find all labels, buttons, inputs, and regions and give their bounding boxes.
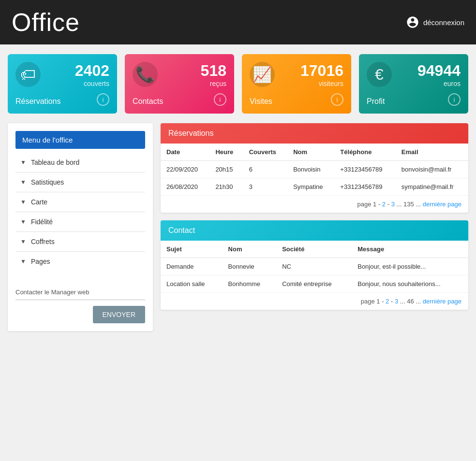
contact-pagination: page 1 - 2 - 3 ... 46 ... dernière page — [161, 292, 468, 310]
table-row: 22/09/2020 20h15 6 Bonvoisin +3312345678… — [161, 161, 468, 178]
contacts-label: Contacts — [133, 97, 163, 106]
col-telephone: Téléphone — [334, 144, 396, 161]
chevron-down-icon: ▼ — [20, 199, 26, 205]
header: Office déconnexion — [0, 0, 476, 44]
page-3-link[interactable]: 3 — [395, 298, 398, 305]
sidebar-item-label: Pages — [31, 258, 50, 265]
stat-card-reservations: 🏷 2402 couverts Réservations i — [8, 54, 117, 114]
content-panels: Réservations Date Heure Couverts Nom Tél… — [161, 123, 468, 331]
pagination-sep2: ... — [416, 298, 422, 305]
main-content: Menu de l'office ▼ Tableau de bord ▼ Sat… — [0, 123, 476, 339]
pagination-ellipsis: ... — [400, 298, 407, 305]
last-page-link[interactable]: dernière page — [423, 201, 461, 208]
contacts-unit: reçus — [201, 80, 226, 87]
profit-info-icon[interactable]: i — [448, 93, 461, 106]
deconnexion-link[interactable]: déconnexion — [423, 18, 464, 27]
page-2-link[interactable]: 2 — [382, 201, 386, 208]
cell-societe: Comité entreprise — [276, 275, 352, 293]
cell-sujet: Location salle — [161, 275, 223, 293]
last-page-link[interactable]: dernière page — [423, 298, 461, 305]
cell-email: sympatine@mail.fr — [396, 178, 468, 196]
sidebar-item-tableau-de-bord[interactable]: ▼ Tableau de bord — [15, 153, 145, 173]
sidebar-item-label: Satistiques — [31, 178, 64, 186]
visites-unit: visiteurs — [300, 80, 343, 87]
sidebar-item-pages[interactable]: ▼ Pages — [15, 252, 145, 271]
menu-items: ▼ Tableau de bord ▼ Satistiques ▼ Carte … — [15, 153, 145, 271]
contacts-number: 518 — [201, 62, 226, 80]
cell-nom: Bonnevie — [223, 258, 277, 275]
table-row: 26/08/2020 21h30 3 Sympatine +3312345678… — [161, 178, 468, 196]
cell-date: 26/08/2020 — [161, 178, 209, 196]
cell-date: 22/09/2020 — [161, 161, 209, 178]
sidebar-item-label: Tableau de bord — [31, 158, 79, 166]
profit-label: Profit — [367, 97, 385, 106]
pagination-sep: - — [387, 201, 391, 208]
reservations-label: Réservations — [15, 97, 60, 106]
reservations-pagination: page 1 - 2 - 3 ... 135 ... dernière page — [161, 195, 468, 213]
cell-email: bonvoisin@mail.fr — [396, 161, 468, 178]
profit-number: 94944 — [417, 62, 461, 80]
sidebar-item-label: Coffrets — [31, 238, 55, 245]
page-3-link[interactable]: 3 — [391, 201, 395, 208]
menu-title: Menu de l'office — [15, 131, 145, 149]
cell-societe: NC — [276, 258, 352, 275]
reservations-table: Date Heure Couverts Nom Téléphone Email … — [161, 144, 468, 195]
cell-heure: 21h30 — [209, 178, 243, 196]
contact-panel: Contact Sujet Nom Société Message Demand… — [161, 220, 468, 310]
stat-card-contacts: 📞 518 reçus Contacts i — [125, 54, 234, 114]
cell-heure: 20h15 — [209, 161, 243, 178]
sidebar-item-carte[interactable]: ▼ Carte — [15, 192, 145, 212]
col-heure: Heure — [209, 144, 243, 161]
user-section[interactable]: déconnexion — [406, 15, 464, 29]
cell-nom: Sympatine — [287, 178, 334, 196]
sidebar-item-coffrets[interactable]: ▼ Coffrets — [15, 232, 145, 252]
contacts-icon: 📞 — [133, 62, 158, 87]
chevron-down-icon: ▼ — [20, 238, 26, 245]
page-title: Office — [12, 8, 80, 37]
contact-manager-label: Contacter le Manager web — [15, 288, 145, 300]
col-email: Email — [396, 144, 468, 161]
sidebar: Menu de l'office ▼ Tableau de bord ▼ Sat… — [8, 123, 153, 331]
cell-telephone: +33123456789 — [334, 178, 396, 196]
col-societe: Société — [276, 241, 352, 258]
pagination-total: 135 — [403, 201, 414, 208]
sidebar-item-fidelite[interactable]: ▼ Fidélité — [15, 212, 145, 232]
cell-message: Bonjour, nous souhaiterions... — [352, 275, 468, 293]
profit-unit: euros — [417, 80, 461, 87]
pagination-text: page 1 - — [361, 298, 386, 305]
col-message: Message — [352, 241, 468, 258]
col-sujet: Sujet — [161, 241, 223, 258]
table-row: Demande Bonnevie NC Bonjour, est-il poss… — [161, 258, 468, 275]
reservations-icon: 🏷 — [15, 62, 41, 87]
col-couverts: Couverts — [243, 144, 287, 161]
page-2-link[interactable]: 2 — [386, 298, 389, 305]
contact-panel-header: Contact — [161, 220, 468, 241]
contacts-info-icon[interactable]: i — [214, 93, 226, 106]
reservations-number: 2402 — [75, 62, 109, 80]
contact-table: Sujet Nom Société Message Demande Bonnev… — [161, 241, 468, 292]
sidebar-item-satistiques[interactable]: ▼ Satistiques — [15, 173, 145, 192]
pagination-total: 46 — [407, 298, 414, 305]
pagination-text: page 1 - — [357, 201, 382, 208]
table-row: Location salle Bonhomme Comité entrepris… — [161, 275, 468, 293]
chevron-down-icon: ▼ — [20, 258, 26, 265]
pagination-ellipsis: ... — [397, 201, 403, 208]
profit-icon: € — [367, 62, 392, 87]
cell-nom: Bonvoisin — [287, 161, 334, 178]
user-icon — [406, 15, 419, 29]
cell-couverts: 6 — [243, 161, 287, 178]
stat-card-profit: € 94944 euros Profit i — [359, 54, 468, 114]
envoyer-button[interactable]: ENVOYER — [93, 306, 145, 323]
cell-nom: Bonhomme — [223, 275, 277, 293]
visites-info-icon[interactable]: i — [331, 93, 343, 106]
reservations-panel: Réservations Date Heure Couverts Nom Tél… — [161, 123, 468, 213]
reservations-info-icon[interactable]: i — [97, 93, 109, 106]
visites-number: 17016 — [300, 62, 343, 80]
chevron-down-icon: ▼ — [20, 159, 26, 166]
pagination-sep: - — [391, 298, 395, 305]
cell-couverts: 3 — [243, 178, 287, 196]
contact-manager-section: Contacter le Manager web ENVOYER — [15, 283, 145, 323]
sidebar-item-label: Carte — [31, 198, 47, 206]
cell-sujet: Demande — [161, 258, 223, 275]
col-date: Date — [161, 144, 209, 161]
